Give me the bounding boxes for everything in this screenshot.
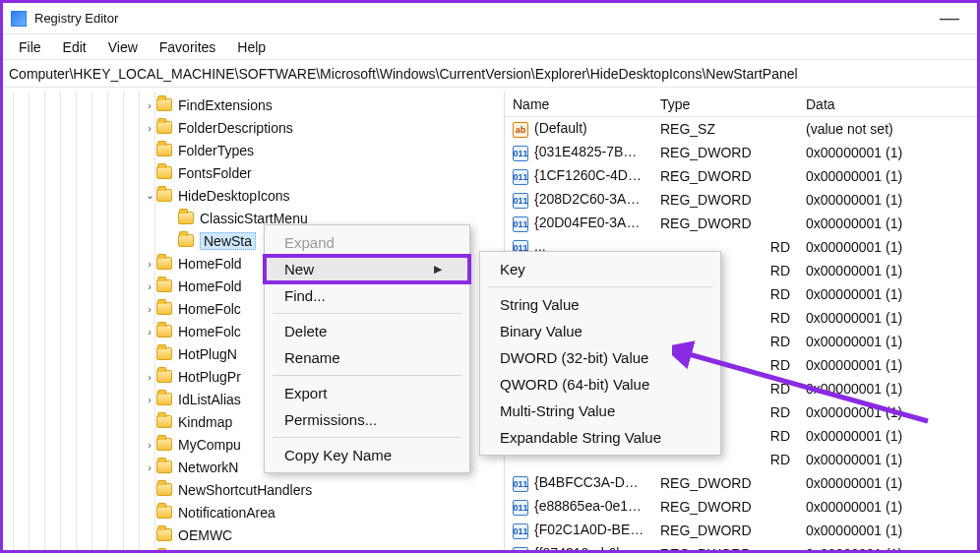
submenu-item-dword-32-bit-value[interactable]: DWORD (32-bit) Value bbox=[480, 344, 720, 371]
list-row[interactable]: 011{031E4825-7B94...REG_DWORD0x00000001 … bbox=[505, 141, 977, 164]
submenu-item-multi-string-value[interactable]: Multi-String Value bbox=[480, 398, 720, 424]
cell-name: 011{031E4825-7B94... bbox=[505, 144, 652, 161]
list-row[interactable]: ab(Default)REG_SZ(value not set) bbox=[505, 117, 977, 141]
dword-value-icon: 011 bbox=[513, 193, 528, 209]
tree-item[interactable]: FontsFolder bbox=[3, 161, 504, 184]
list-row[interactable]: 011{e88865ea-0e1c-...REG_DWORD0x00000001… bbox=[505, 495, 977, 519]
menu-item-label: Multi-String Value bbox=[500, 402, 615, 419]
submenu-item-key[interactable]: Key bbox=[480, 256, 720, 282]
chevron-right-icon[interactable]: › bbox=[143, 394, 156, 405]
menu-help[interactable]: Help bbox=[227, 37, 276, 57]
cell-data: 0x00000001 (1) bbox=[798, 546, 977, 550]
chevron-right-icon[interactable]: › bbox=[143, 122, 156, 134]
tree-item[interactable]: ›FindExtensions bbox=[3, 93, 504, 116]
menu-item-label: Delete bbox=[284, 323, 327, 339]
menu-item-copy-key-name[interactable]: Copy Key Name bbox=[265, 442, 469, 468]
folder-icon bbox=[156, 166, 172, 179]
tree-item[interactable]: ⌄HideDesktopIcons bbox=[3, 184, 504, 207]
tree-item-label: FolderTypes bbox=[178, 143, 260, 158]
folder-icon bbox=[178, 234, 194, 247]
menu-item-label: New bbox=[284, 261, 314, 277]
menu-item-new[interactable]: New▶ bbox=[265, 256, 469, 282]
chevron-right-icon[interactable]: › bbox=[143, 258, 156, 270]
tree-item-label: NetworkN bbox=[178, 460, 244, 475]
tree-item-label: HomeFold bbox=[178, 256, 248, 272]
cell-name: ab(Default) bbox=[505, 120, 652, 138]
menu-item-label: DWORD (32-bit) Value bbox=[500, 349, 648, 366]
string-value-icon: ab bbox=[513, 122, 528, 138]
column-type[interactable]: Type bbox=[652, 96, 798, 112]
menu-item-label: Copy Key Name bbox=[284, 447, 392, 463]
cell-type: REG_DWORD bbox=[652, 546, 798, 550]
tree-item[interactable]: ›OpenContainingFolderHiddenList bbox=[3, 546, 504, 550]
context-menu[interactable]: ExpandNew▶Find...DeleteRenameExportPermi… bbox=[264, 224, 470, 473]
list-row[interactable]: 011{20D04FE0-3AEA...REG_DWORD0x00000001 … bbox=[505, 212, 977, 235]
chevron-right-icon[interactable]: › bbox=[143, 280, 156, 292]
cell-data: (value not set) bbox=[798, 121, 977, 137]
cell-name: 011{B4BFCC3A-DB2... bbox=[505, 474, 652, 492]
tree-item-label: FolderDescriptions bbox=[178, 120, 299, 136]
tree-item[interactable]: ›FolderDescriptions bbox=[3, 116, 504, 139]
column-data[interactable]: Data bbox=[798, 96, 977, 112]
tree-item[interactable]: OEMWC bbox=[3, 523, 504, 546]
titlebar[interactable]: Registry Editor — bbox=[3, 3, 977, 34]
folder-icon bbox=[156, 528, 172, 541]
menu-favorites[interactable]: Favorites bbox=[150, 37, 226, 57]
list-row[interactable]: 011{208D2C60-3AE...REG_DWORD0x00000001 (… bbox=[505, 188, 977, 212]
chevron-right-icon: ▶ bbox=[434, 263, 442, 276]
tree-item-label: NewShortcutHandlers bbox=[178, 482, 318, 498]
column-name[interactable]: Name bbox=[505, 96, 652, 112]
menu-item-expand: Expand bbox=[265, 229, 469, 256]
menu-file[interactable]: File bbox=[9, 37, 51, 57]
dword-value-icon: 011 bbox=[513, 216, 528, 232]
chevron-right-icon[interactable]: › bbox=[143, 99, 156, 111]
minimize-button[interactable]: — bbox=[930, 7, 969, 30]
cell-data: 0x00000001 (1) bbox=[798, 334, 977, 349]
tree-item[interactable]: NotificationArea bbox=[3, 501, 504, 523]
submenu-item-string-value[interactable]: String Value bbox=[480, 291, 720, 318]
tree-item-label: IdListAlias bbox=[178, 392, 247, 407]
folder-icon bbox=[156, 506, 172, 519]
chevron-right-icon[interactable]: › bbox=[143, 326, 156, 338]
cell-data: 0x00000001 (1) bbox=[798, 263, 977, 278]
menu-item-rename[interactable]: Rename bbox=[265, 344, 469, 371]
list-row[interactable]: 011{1CF1260C-4DD...REG_DWORD0x00000001 (… bbox=[505, 164, 977, 188]
menu-item-delete[interactable]: Delete bbox=[265, 318, 469, 344]
cell-type: REG_DWORD bbox=[652, 475, 798, 491]
menu-item-find-[interactable]: Find... bbox=[265, 282, 469, 309]
menu-view[interactable]: View bbox=[98, 37, 148, 57]
list-row[interactable]: 011{f874310e-b6b7-...REG_DWORD0x00000001… bbox=[505, 542, 977, 550]
chevron-right-icon[interactable]: › bbox=[143, 371, 156, 383]
menu-item-permissions-[interactable]: Permissions... bbox=[265, 406, 469, 433]
dword-value-icon: 011 bbox=[513, 476, 528, 492]
folder-icon bbox=[156, 144, 172, 156]
folder-icon bbox=[156, 98, 172, 111]
dword-value-icon: 011 bbox=[513, 500, 528, 516]
submenu-item-expandable-string-value[interactable]: Expandable String Value bbox=[480, 424, 720, 451]
list-row[interactable]: 011{B4BFCC3A-DB2...REG_DWORD0x00000001 (… bbox=[505, 471, 977, 495]
submenu-item-qword-64-bit-value[interactable]: QWORD (64-bit) Value bbox=[480, 371, 720, 398]
dword-value-icon: 011 bbox=[513, 523, 528, 539]
tree-item-label: HomeFold bbox=[178, 278, 248, 294]
menu-separator bbox=[273, 437, 461, 438]
submenu-item-binary-value[interactable]: Binary Value bbox=[480, 318, 720, 344]
cell-type: REG_DWORD bbox=[652, 192, 798, 208]
tree-item[interactable]: FolderTypes bbox=[3, 139, 504, 161]
cell-data: 0x00000001 (1) bbox=[798, 499, 977, 515]
folder-icon bbox=[156, 415, 172, 428]
chevron-right-icon[interactable]: › bbox=[143, 439, 156, 451]
tree-item[interactable]: NewShortcutHandlers bbox=[3, 478, 504, 501]
list-header[interactable]: Name Type Data bbox=[505, 92, 977, 117]
folder-icon bbox=[156, 393, 172, 405]
chevron-down-icon[interactable]: ⌄ bbox=[143, 189, 156, 202]
cell-data: 0x00000001 (1) bbox=[798, 381, 977, 397]
chevron-right-icon[interactable]: › bbox=[143, 303, 156, 315]
context-submenu-new[interactable]: KeyString ValueBinary ValueDWORD (32-bit… bbox=[479, 251, 721, 456]
dword-value-icon: 011 bbox=[513, 146, 528, 161]
menu-edit[interactable]: Edit bbox=[53, 37, 96, 57]
address-bar[interactable]: Computer\HKEY_LOCAL_MACHINE\SOFTWARE\Mic… bbox=[3, 60, 977, 88]
menu-item-export[interactable]: Export bbox=[265, 380, 469, 406]
menu-item-label: Binary Value bbox=[500, 323, 582, 339]
chevron-right-icon[interactable]: › bbox=[143, 461, 156, 473]
list-row[interactable]: 011{F02C1A0D-BE21...REG_DWORD0x00000001 … bbox=[505, 519, 977, 542]
